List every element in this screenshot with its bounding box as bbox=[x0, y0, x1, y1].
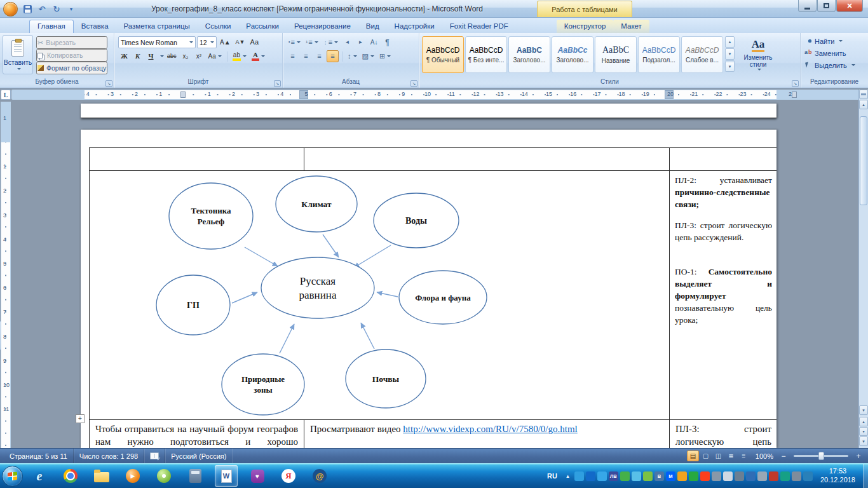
align-right-button[interactable]: ≡ bbox=[313, 50, 325, 62]
diagram-node-gp[interactable]: ГП bbox=[156, 275, 230, 335]
minimize-button[interactable] bbox=[798, 0, 817, 12]
previous-page-button[interactable]: ▴ bbox=[859, 417, 868, 426]
font-dialog-launcher[interactable] bbox=[274, 80, 281, 87]
next-page-button[interactable]: ▾ bbox=[859, 437, 868, 446]
tab-Разметка страницы[interactable]: Разметка страницы bbox=[116, 20, 198, 33]
bold-button[interactable]: Ж bbox=[118, 50, 130, 62]
zoom-out-button[interactable]: − bbox=[779, 452, 788, 461]
tray-defender-icon[interactable] bbox=[746, 471, 756, 481]
tab-Foxit Reader PDF[interactable]: Foxit Reader PDF bbox=[442, 20, 516, 33]
media-player-taskbar-button[interactable] bbox=[121, 465, 144, 487]
table-bottom-cell-2[interactable]: Просматривают видео http://www.videxp.co… bbox=[304, 420, 670, 448]
strikethrough-button[interactable]: abc bbox=[165, 50, 179, 62]
gallery-down-button[interactable]: ▾ bbox=[725, 48, 735, 60]
tray-disk-icon[interactable] bbox=[780, 471, 790, 481]
style-item[interactable]: AaBbCЗаголово... bbox=[508, 36, 550, 73]
paste-button[interactable]: Вставить bbox=[3, 35, 33, 74]
clear-formatting-button[interactable]: Аа bbox=[248, 36, 261, 48]
explorer-folder-taskbar-button[interactable] bbox=[90, 465, 113, 487]
tray-clock-sync-icon[interactable] bbox=[803, 471, 813, 481]
show-paragraph-marks-button[interactable]: ¶ bbox=[381, 36, 393, 48]
vertical-ruler[interactable]: 211234567891011 bbox=[1, 102, 11, 448]
tray-volume-icon[interactable] bbox=[712, 471, 721, 481]
tray-network-icon[interactable] bbox=[723, 471, 733, 481]
table-header-cell[interactable] bbox=[90, 148, 304, 171]
table-header-cell[interactable] bbox=[670, 148, 776, 171]
style-item[interactable]: AaBbCcD¶ Без инте... bbox=[465, 36, 507, 73]
save-button[interactable] bbox=[21, 3, 34, 15]
tab-Вставка[interactable]: Вставка bbox=[74, 20, 116, 33]
mail-ru-taskbar-button[interactable]: @ bbox=[308, 465, 331, 487]
clock[interactable]: 17:53 20.12.2018 bbox=[815, 467, 860, 485]
zoom-slider-thumb[interactable] bbox=[818, 452, 824, 460]
word-count[interactable]: Число слов: 1 298 bbox=[74, 449, 144, 463]
line-spacing-button[interactable]: ↕ bbox=[346, 50, 359, 62]
print-layout-view-button[interactable]: ▤ bbox=[687, 451, 699, 461]
tab-Рассылки[interactable]: Рассылки bbox=[238, 20, 287, 33]
borders-button[interactable]: ⊞ bbox=[377, 50, 393, 62]
tray-torrent-icon[interactable] bbox=[689, 471, 698, 481]
tab-Ссылки[interactable]: Ссылки bbox=[198, 20, 239, 33]
office-button-icon[interactable] bbox=[3, 2, 18, 17]
language-switcher[interactable]: RU bbox=[544, 472, 560, 480]
tray-graphics-icon[interactable] bbox=[597, 471, 607, 481]
chrome-taskbar-button[interactable] bbox=[59, 465, 82, 487]
document-page[interactable]: ТектоникаРельефКлиматВодыГПФлора и фауна… bbox=[81, 130, 776, 448]
justify-button[interactable]: ≡ bbox=[327, 50, 339, 62]
diagram-cell[interactable]: ТектоникаРельефКлиматВодыГПФлора и фауна… bbox=[90, 171, 670, 420]
find-button[interactable]: Найти bbox=[803, 35, 844, 47]
tray-lv-indicator-icon[interactable]: ЛВ bbox=[609, 471, 618, 481]
style-item[interactable]: AaBbCcЗаголово... bbox=[552, 36, 593, 73]
table-handle[interactable]: + bbox=[76, 414, 85, 423]
table-right-cell[interactable]: ПЛ-2: устанавливает причинно-следственны… bbox=[670, 171, 776, 420]
tray-hidden-icons-icon[interactable] bbox=[563, 471, 573, 481]
diagram-node-soils[interactable]: Почвы bbox=[346, 349, 426, 408]
shrink-font-button[interactable]: А▼ bbox=[234, 36, 247, 48]
tray-printer-icon[interactable] bbox=[769, 471, 778, 481]
draft-view-button[interactable]: ≡ bbox=[738, 451, 750, 461]
multilevel-list-button[interactable]: ≡ bbox=[322, 36, 340, 48]
style-item[interactable]: AaBbCcDПодзагол... bbox=[638, 36, 680, 73]
tab-stop-selector[interactable]: L bbox=[1, 90, 11, 100]
tray-touchpad-icon[interactable] bbox=[792, 471, 801, 481]
web-layout-view-button[interactable]: ◫ bbox=[712, 451, 724, 461]
tray-messenger-icon[interactable] bbox=[643, 471, 653, 481]
tab-Вид[interactable]: Вид bbox=[358, 20, 387, 33]
scrollbar-thumb[interactable] bbox=[860, 116, 867, 205]
undo-button[interactable]: ↶ bbox=[36, 3, 48, 15]
highlight-button[interactable]: ab bbox=[231, 50, 248, 62]
calculator-taskbar-button[interactable] bbox=[184, 465, 207, 487]
diagram-node-tectonics[interactable]: ТектоникаРельеф bbox=[169, 183, 253, 249]
close-button[interactable]: × bbox=[836, 0, 863, 12]
style-item[interactable]: AaBbCНазвание bbox=[595, 36, 637, 73]
right-indent-marker[interactable] bbox=[792, 92, 797, 98]
gallery-up-button[interactable]: ▴ bbox=[725, 36, 735, 48]
tray-bluetooth-icon[interactable] bbox=[586, 471, 595, 481]
shading-button[interactable]: ▨ bbox=[360, 50, 376, 62]
table-header-cell[interactable] bbox=[304, 148, 670, 171]
underline-dropdown-icon[interactable] bbox=[160, 55, 164, 57]
horizontal-ruler[interactable]: 4321123456789101112131415161718192021222… bbox=[11, 90, 859, 100]
increase-indent-button[interactable]: ► bbox=[355, 36, 367, 48]
superscript-button[interactable]: х² bbox=[193, 50, 205, 62]
font-color-button[interactable]: А bbox=[250, 50, 267, 62]
select-browse-object-button[interactable]: ● bbox=[859, 427, 868, 436]
diagram-node-waters[interactable]: Воды bbox=[374, 193, 459, 248]
tab-Макет[interactable]: Макет bbox=[613, 20, 649, 33]
align-left-button[interactable]: ≡ bbox=[287, 50, 299, 62]
grow-font-button[interactable]: А▲ bbox=[218, 36, 233, 48]
decrease-indent-button[interactable]: ◄ bbox=[341, 36, 353, 48]
tab-Рецензирование[interactable]: Рецензирование bbox=[287, 20, 358, 33]
yandex-taskbar-button[interactable]: Я bbox=[277, 465, 300, 487]
tab-Конструктор[interactable]: Конструктор bbox=[557, 20, 614, 33]
page-indicator[interactable]: Страница: 5 из 11 bbox=[4, 449, 74, 463]
tray-mail-agent-icon[interactable]: М bbox=[666, 471, 675, 481]
select-button[interactable]: Выделить bbox=[803, 59, 857, 71]
tray-cloud-icon[interactable] bbox=[632, 471, 641, 481]
full-screen-view-button[interactable]: ▢ bbox=[700, 451, 712, 461]
cut-button[interactable]: ✂ Вырезать bbox=[36, 36, 107, 49]
format-painter-button[interactable]: Формат по образцу bbox=[36, 62, 107, 74]
diagram-node-zones[interactable]: Природныезоны bbox=[222, 354, 304, 415]
internet-explorer-taskbar-button[interactable]: e bbox=[28, 465, 51, 487]
show-desktop-button[interactable] bbox=[863, 464, 868, 488]
